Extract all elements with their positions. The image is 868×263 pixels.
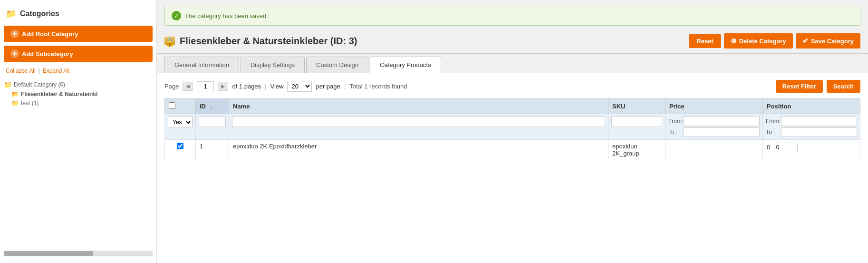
table-row: 1 epoxiduo 2K Epoxidharzkleber epoxiduo2… (165, 140, 860, 160)
main-content: ✓ The category has been saved. 🔒 Fliesen… (157, 0, 868, 263)
tab-category-products[interactable]: Category Products (370, 57, 441, 73)
filter-yes-select[interactable]: Yes No (168, 117, 193, 128)
filter-cell-id (196, 114, 229, 140)
col-header-checkbox (165, 99, 196, 114)
position-filter: From: To : (766, 117, 857, 137)
success-banner: ✓ The category has been saved. (164, 6, 860, 26)
row-checkbox[interactable] (177, 143, 183, 149)
position-to-input[interactable] (781, 127, 857, 137)
filter-cell-name (229, 114, 608, 140)
row-id-cell: 1 (196, 140, 229, 160)
filter-sku-input[interactable] (611, 117, 662, 127)
col-header-position[interactable]: Position (763, 99, 860, 114)
pagination-row: Page ◀ ▶ of 1 pages | View 20 50 100 per… (164, 80, 860, 93)
filter-cell-checkbox: Yes No (165, 114, 196, 140)
save-category-button[interactable]: ✔ Save Category (796, 33, 860, 49)
collapse-expand-row: Collapse All | Expand All (0, 64, 156, 78)
filter-name-input[interactable] (232, 117, 605, 127)
header-buttons: Reset ⊗ Delete Category ✔ Save Category (689, 33, 860, 49)
products-table: ID ↓ Name SKU Price Positi (164, 98, 860, 160)
pipe-2: | (344, 83, 346, 90)
price-from-input[interactable] (684, 117, 760, 126)
select-all-checkbox[interactable] (169, 102, 175, 109)
col-header-price[interactable]: Price (665, 99, 763, 114)
tab-content-products: Page ◀ ▶ of 1 pages | View 20 50 100 per… (157, 73, 868, 263)
tab-display-settings[interactable]: Display Settings (241, 57, 305, 73)
category-header-icon: 🔒 (164, 37, 175, 45)
categories-icon: 📁 (6, 9, 16, 19)
success-message: The category has been saved. (185, 12, 268, 19)
price-from-label: From: (668, 118, 682, 125)
delete-icon: ⊗ (731, 37, 737, 45)
col-header-id[interactable]: ID ↓ (196, 99, 229, 114)
current-page-input[interactable] (197, 81, 214, 91)
position-from-row: From: (766, 117, 857, 126)
position-from-input[interactable] (781, 117, 857, 126)
row-position-input[interactable] (774, 143, 798, 152)
next-page-button[interactable]: ▶ (218, 82, 228, 91)
delete-category-button[interactable]: ⊗ Delete Category (724, 33, 793, 49)
filter-row: Yes No (165, 114, 860, 140)
page-header: 🔒 Fliesenkleber & Natursteinkleber (ID: … (157, 29, 868, 54)
sidebar-title: 📁 Categories (0, 5, 156, 24)
filter-cell-sku (608, 114, 665, 140)
category-tree: 📁 Default Category (0) 📂 Fliesenkleber &… (0, 78, 156, 249)
tree-item-test[interactable]: 📁 test (1) (4, 98, 153, 107)
sidebar-title-text: Categories (20, 10, 59, 18)
price-from-row: From: (668, 117, 760, 126)
scrollbar-thumb (4, 251, 93, 256)
row-price-cell (665, 140, 763, 160)
save-icon: ✔ (802, 37, 809, 45)
position-to-label: To : (766, 129, 779, 136)
col-header-name[interactable]: Name (229, 99, 608, 114)
add-subcategory-button[interactable]: + Add Subcategory (4, 46, 153, 62)
tree-item-default[interactable]: 📁 Default Category (0) (4, 80, 153, 89)
tabs-row: General Information Display Settings Cus… (157, 57, 868, 73)
plus-icon-sub: + (10, 49, 19, 58)
collapse-all-link[interactable]: Collapse All (6, 68, 36, 74)
filter-cell-position: From: To : (763, 114, 860, 140)
page-title: Fliesenkleber & Natursteinkleber (ID: 3) (180, 36, 357, 47)
row-position-cell: 0 (763, 140, 860, 160)
pipe-1: | (265, 83, 266, 90)
prev-page-button[interactable]: ◀ (183, 82, 193, 91)
sidebar: 📁 Categories + Add Root Category + Add S… (0, 0, 157, 263)
col-header-sku[interactable]: SKU (608, 99, 665, 114)
reset-button[interactable]: Reset (689, 34, 721, 48)
of-pages-text: of 1 pages (232, 83, 261, 90)
price-filter: From: To : (668, 117, 760, 137)
page-header-left: 🔒 Fliesenkleber & Natursteinkleber (ID: … (164, 36, 689, 47)
expand-all-link[interactable]: Expand All (43, 68, 70, 74)
folder-icon-default: 📁 (4, 81, 12, 88)
price-to-label: To : (668, 129, 682, 136)
per-page-suffix: per page (316, 83, 340, 90)
folder-icon-fliesenkleber: 📂 (11, 90, 19, 97)
sort-icon: ↓ (210, 103, 213, 110)
page-label: Page (164, 83, 179, 90)
row-checkbox-cell (165, 140, 196, 160)
folder-icon-test: 📁 (11, 99, 19, 107)
filter-id-input[interactable] (199, 117, 226, 127)
tab-custom-design[interactable]: Custom Design (306, 57, 368, 73)
plus-icon: + (10, 29, 19, 38)
sidebar-scrollbar[interactable] (4, 251, 153, 256)
tree-item-fliesenkleber[interactable]: 📂 Fliesenkleber & Natursteinkl (4, 89, 153, 98)
filter-cell-price: From: To : (665, 114, 763, 140)
divider: | (39, 68, 40, 74)
success-icon: ✓ (172, 11, 181, 20)
position-from-label: From: (766, 118, 779, 125)
reset-filter-button[interactable]: Reset Filter (776, 80, 823, 93)
price-to-row: To : (668, 127, 760, 137)
records-info: Total 1 records found (349, 83, 407, 90)
price-to-input[interactable] (684, 127, 760, 137)
view-label: View (270, 83, 283, 90)
row-name-cell: epoxiduo 2K Epoxidharzkleber (229, 140, 608, 160)
search-button[interactable]: Search (827, 80, 860, 93)
per-page-select[interactable]: 20 50 100 (287, 81, 312, 92)
row-sku-cell: epoxiduo2K_group (608, 140, 665, 160)
position-to-row: To : (766, 127, 857, 137)
add-root-category-button[interactable]: + Add Root Category (4, 26, 153, 42)
tab-general-information[interactable]: General Information (164, 57, 239, 73)
